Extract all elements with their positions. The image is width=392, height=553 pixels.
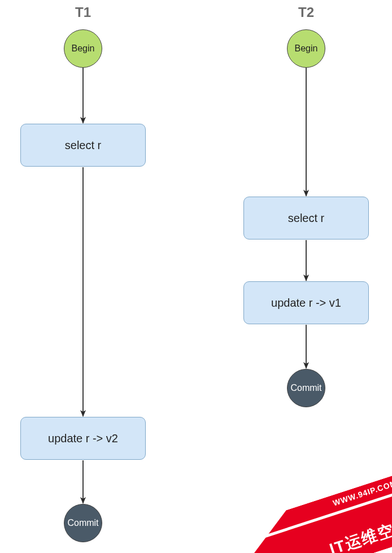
t1-update-node: update r -> v2 [20, 417, 146, 460]
t2-commit-label: Commit [290, 383, 321, 393]
watermark-banner: WWW.94IP.COM IT运维空间 [223, 472, 392, 553]
t2-begin-label: Begin [295, 43, 318, 54]
t1-commit-label: Commit [67, 518, 98, 528]
t2-update-node: update r -> v1 [243, 281, 369, 324]
t2-select-node: select r [243, 197, 369, 240]
t1-begin-label: Begin [72, 43, 95, 54]
arrows-layer [0, 0, 392, 553]
t2-commit-node: Commit [287, 369, 325, 407]
t1-update-label: update r -> v2 [48, 432, 118, 445]
lane-title-t2: T2 [298, 5, 314, 20]
t1-select-node: select r [20, 124, 146, 167]
diagram-canvas: T1 T2 Begin select r update r -> v2 Comm… [0, 0, 392, 553]
t1-select-label: select r [65, 139, 101, 152]
t2-update-label: update r -> v1 [271, 297, 341, 310]
t1-begin-node: Begin [64, 29, 102, 68]
t1-commit-node: Commit [64, 504, 102, 542]
lane-title-t1: T1 [75, 5, 91, 20]
t2-select-label: select r [288, 212, 324, 225]
t2-begin-node: Begin [287, 29, 325, 68]
